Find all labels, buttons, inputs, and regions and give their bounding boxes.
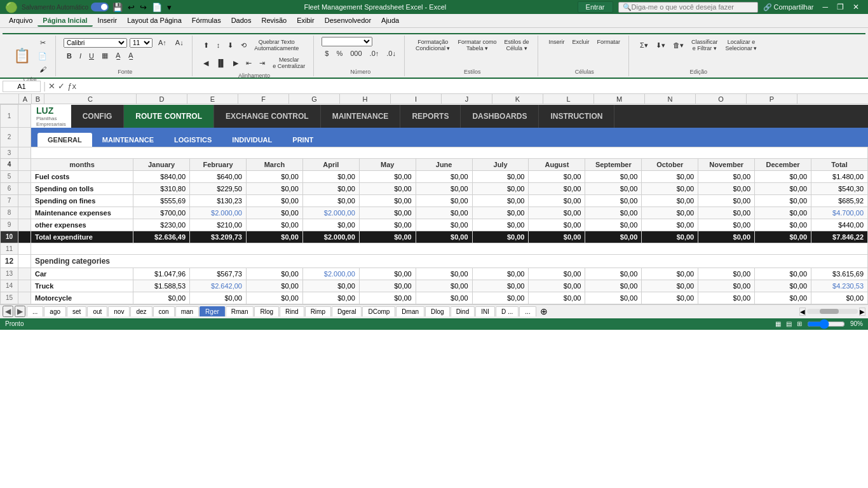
cell-a5[interactable] [18, 170, 31, 182]
cell-a-section[interactable] [18, 254, 31, 268]
sheet-tab-rind[interactable]: Rind [280, 306, 304, 316]
cell-r1-c8[interactable]: $0,00 [585, 182, 642, 194]
cat-label-0[interactable]: Car [31, 268, 133, 280]
scroll-left-button[interactable]: ◀ [799, 308, 806, 316]
cat-label-1[interactable]: Truck [31, 280, 133, 292]
view-page-icon[interactable]: ⊞ [797, 320, 802, 327]
header-july[interactable]: July [472, 158, 529, 170]
cat-cell-r2-c5[interactable]: $0,00 [416, 292, 472, 304]
wrap-text-button[interactable]: Quebrar TextoAutomaticamente [251, 37, 302, 53]
font-size-select[interactable]: 11 [130, 38, 153, 48]
sheet-tab-ago[interactable]: ago [44, 306, 66, 316]
cell-a4[interactable] [18, 158, 31, 170]
total-cell-4[interactable]: $0,00 [359, 231, 416, 243]
header-total[interactable]: Total [811, 158, 868, 170]
cell-r0-c4[interactable]: $0,00 [359, 170, 416, 182]
cat-cell-r2-c8[interactable]: $0,00 [585, 292, 642, 304]
share-button[interactable]: 🔗 Compartilhar [763, 3, 814, 11]
total-cell-1[interactable]: $3.209,73 [190, 231, 247, 243]
cat-cell-r1-c4[interactable]: $0,00 [359, 280, 416, 292]
sheet-tab-dgeral[interactable]: Dgeral [332, 306, 362, 316]
cell-a1[interactable] [18, 105, 31, 128]
cell-r3-c5[interactable]: $0,00 [416, 207, 472, 219]
total-cell-2[interactable]: $0,00 [246, 231, 302, 243]
cat-cell-r0-c3[interactable]: $2.000,00 [302, 268, 359, 280]
conditional-format-button[interactable]: FormataçãoCondicional ▾ [412, 37, 454, 53]
cell-r3-c0[interactable]: $700,00 [133, 207, 190, 219]
cat-cell-r1-c9[interactable]: $0,00 [642, 280, 698, 292]
increase-font-button[interactable]: A↑ [155, 37, 170, 48]
cat-cell-r1-c11[interactable]: $0,00 [755, 280, 811, 292]
sheet-tab-d ...[interactable]: D ... [496, 306, 519, 316]
format-cells-button[interactable]: Formatar [594, 37, 624, 47]
cat-cell-r2-c9[interactable]: $0,00 [642, 292, 698, 304]
cat-cell-r1-c6[interactable]: $0,00 [472, 280, 529, 292]
cell-r2-c3[interactable]: $0,00 [302, 194, 359, 207]
cat-cell-r2-c2[interactable]: $0,00 [246, 292, 302, 304]
indent-right-button[interactable]: ⇥ [256, 55, 268, 71]
cell-r4-c10[interactable]: $0,00 [698, 219, 755, 231]
align-left-button[interactable]: ◀ [200, 55, 212, 71]
cell-r1-c11[interactable]: $0,00 [755, 182, 811, 194]
horizontal-scrollbar[interactable] [807, 309, 858, 314]
cell-r2-c4[interactable]: $0,00 [359, 194, 416, 207]
cell-a-empty[interactable] [18, 243, 31, 254]
cell-r0-c10[interactable]: $0,00 [698, 170, 755, 182]
cell-r3-c10[interactable]: $0,00 [698, 207, 755, 219]
align-bottom-button[interactable]: ⬇ [224, 37, 236, 53]
cell-r2-c5[interactable]: $0,00 [416, 194, 472, 207]
menu-item-dados[interactable]: Dados [226, 15, 257, 27]
sub-tab-print[interactable]: PRINT [282, 133, 323, 147]
zoom-slider[interactable] [807, 322, 845, 327]
cell-r2-c12[interactable]: $685,92 [811, 194, 868, 207]
cell-a-cat-2[interactable] [18, 292, 31, 304]
sheet-tab-dind[interactable]: Dind [451, 306, 475, 316]
header-december[interactable]: December [755, 158, 811, 170]
cat-cell-r2-c10[interactable]: $0,00 [698, 292, 755, 304]
cat-cell-r1-c7[interactable]: $0,00 [529, 280, 585, 292]
restore-button[interactable]: ❐ [833, 2, 848, 12]
font-family-select[interactable]: Calibri [64, 38, 127, 48]
cell-reference-input[interactable] [3, 81, 41, 92]
cat-cell-r2-c12[interactable]: $0,00 [811, 292, 868, 304]
cat-cell-r2-c0[interactable]: $0,00 [133, 292, 190, 304]
cell-r0-c11[interactable]: $0,00 [755, 170, 811, 182]
cat-cell-r1-c8[interactable]: $0,00 [585, 280, 642, 292]
delete-cells-button[interactable]: Excluir [569, 37, 593, 47]
cat-cell-r0-c12[interactable]: $3.615,69 [811, 268, 868, 280]
sheet-tab-nov[interactable]: nov [108, 306, 130, 316]
cat-cell-r0-c8[interactable]: $0,00 [585, 268, 642, 280]
cat-label-2[interactable]: Motorcycle [31, 292, 133, 304]
cell-r1-c2[interactable]: $0,00 [246, 182, 302, 194]
header-august[interactable]: August [529, 158, 585, 170]
autosave-toggle[interactable] [91, 3, 109, 11]
cell-r4-c7[interactable]: $0,00 [529, 219, 585, 231]
decrease-font-button[interactable]: A↓ [172, 37, 187, 48]
close-button[interactable]: ✕ [849, 2, 863, 12]
sort-filter-button[interactable]: Classificare Filtrar ▾ [688, 37, 721, 53]
header-january[interactable]: January [133, 158, 190, 170]
cell-r4-c3[interactable]: $0,00 [302, 219, 359, 231]
header-months[interactable]: months [31, 158, 133, 170]
percent-button[interactable]: % [333, 48, 346, 59]
sheet-tab-dez[interactable]: dez [130, 306, 152, 316]
cat-cell-r2-c4[interactable]: $0,00 [359, 292, 416, 304]
row-label-2[interactable]: Spending on fines [31, 194, 133, 207]
font-color-button[interactable]: A̲ [125, 50, 137, 62]
cell-r3-c3[interactable]: $2.000,00 [302, 207, 359, 219]
menu-item-desenvolvedor[interactable]: Desenvolvedor [320, 15, 376, 27]
sheet-tab-dman[interactable]: Dman [396, 306, 424, 316]
sheet-tab-...[interactable]: ... [27, 306, 43, 316]
sheet-tab-rman[interactable]: Rman [226, 306, 254, 316]
cell-r0-c2[interactable]: $0,00 [246, 170, 302, 182]
cell-r4-c4[interactable]: $0,00 [359, 219, 416, 231]
cell-a9[interactable] [18, 219, 31, 231]
cell-r0-c3[interactable]: $0,00 [302, 170, 359, 182]
paste-button[interactable]: 📋 [10, 46, 34, 66]
cell-r2-c8[interactable]: $0,00 [585, 194, 642, 207]
merge-center-button[interactable]: Mesclare Centralizar [269, 55, 308, 71]
cell-r1-c12[interactable]: $540,30 [811, 182, 868, 194]
number-format-select[interactable] [322, 37, 372, 46]
cell-r3-c8[interactable]: $0,00 [585, 207, 642, 219]
cell-r4-c0[interactable]: $230,00 [133, 219, 190, 231]
